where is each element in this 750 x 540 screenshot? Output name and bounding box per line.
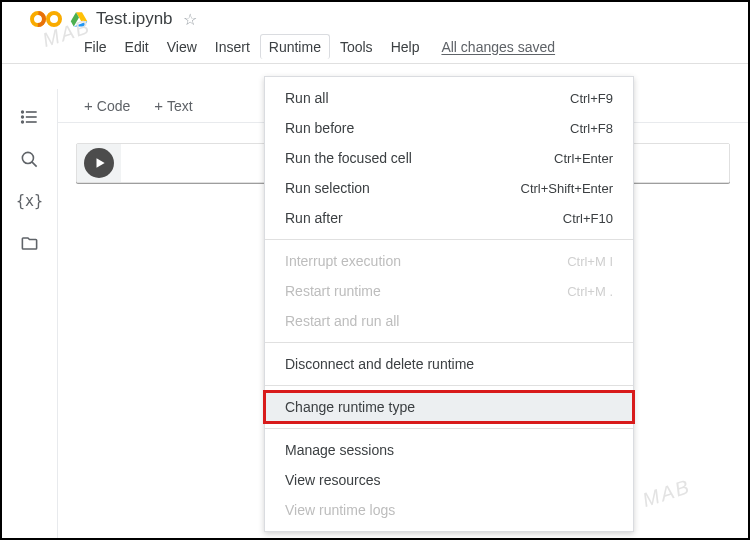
dd-manage-sessions[interactable]: Manage sessions <box>265 435 633 465</box>
runtime-dropdown: Run all Ctrl+F9 Run before Ctrl+F8 Run t… <box>264 76 634 532</box>
add-text-button[interactable]: + Text <box>146 95 200 117</box>
dd-label: Run all <box>285 90 329 106</box>
menu-tools[interactable]: Tools <box>332 35 381 59</box>
dd-label: View resources <box>285 472 380 488</box>
dd-label: Run after <box>285 210 343 226</box>
colab-logo-icon <box>30 8 62 30</box>
svg-line-13 <box>32 161 37 166</box>
dd-label: Change runtime type <box>285 399 415 415</box>
dd-restart: Restart runtime Ctrl+M . <box>265 276 633 306</box>
svg-point-12 <box>22 152 33 163</box>
dd-view-logs: View runtime logs <box>265 495 633 525</box>
svg-point-9 <box>21 111 23 113</box>
add-code-label: Code <box>97 98 130 114</box>
save-status[interactable]: All changes saved <box>441 39 555 55</box>
title-row: Test.ipynb ☆ <box>30 8 738 32</box>
variables-icon[interactable]: {x} <box>20 191 40 211</box>
dd-run-all[interactable]: Run all Ctrl+F9 <box>265 83 633 113</box>
toc-icon[interactable] <box>20 107 40 127</box>
dd-label: Manage sessions <box>285 442 394 458</box>
svg-marker-14 <box>97 158 105 167</box>
dd-label: Disconnect and delete runtime <box>285 356 474 372</box>
dd-interrupt: Interrupt execution Ctrl+M I <box>265 246 633 276</box>
dd-shortcut: Ctrl+F8 <box>570 121 613 136</box>
svg-point-1 <box>48 13 60 25</box>
plus-icon: + <box>154 98 163 113</box>
run-cell-button[interactable] <box>84 148 114 178</box>
dd-run-before[interactable]: Run before Ctrl+F8 <box>265 113 633 143</box>
dd-run-selection[interactable]: Run selection Ctrl+Shift+Enter <box>265 173 633 203</box>
dd-label: Run before <box>285 120 354 136</box>
dd-separator <box>265 385 633 386</box>
dd-shortcut: Ctrl+Shift+Enter <box>521 181 614 196</box>
dd-label: Restart runtime <box>285 283 381 299</box>
drive-icon <box>70 10 88 28</box>
header: Test.ipynb ☆ File Edit View Insert Runti… <box>2 2 748 64</box>
dd-separator <box>265 342 633 343</box>
svg-point-11 <box>21 121 23 123</box>
dd-separator <box>265 239 633 240</box>
dd-change-runtime-type[interactable]: Change runtime type <box>265 392 633 422</box>
dd-separator <box>265 428 633 429</box>
dd-view-resources[interactable]: View resources <box>265 465 633 495</box>
notebook-title[interactable]: Test.ipynb <box>96 9 173 29</box>
plus-icon: + <box>84 98 93 113</box>
dd-shortcut: Ctrl+F9 <box>570 91 613 106</box>
dd-run-focused[interactable]: Run the focused cell Ctrl+Enter <box>265 143 633 173</box>
dd-label: Interrupt execution <box>285 253 401 269</box>
run-cell-wrap <box>77 144 121 182</box>
files-icon[interactable] <box>20 233 40 253</box>
add-code-button[interactable]: + Code <box>76 95 138 117</box>
dd-label: Restart and run all <box>285 313 399 329</box>
dd-shortcut: Ctrl+M . <box>567 284 613 299</box>
dd-shortcut: Ctrl+Enter <box>554 151 613 166</box>
menu-view[interactable]: View <box>159 35 205 59</box>
dd-label: Run selection <box>285 180 370 196</box>
star-icon[interactable]: ☆ <box>183 10 197 29</box>
menu-runtime[interactable]: Runtime <box>260 34 330 59</box>
svg-point-10 <box>21 116 23 118</box>
menu-edit[interactable]: Edit <box>117 35 157 59</box>
dd-shortcut: Ctrl+F10 <box>563 211 613 226</box>
search-icon[interactable] <box>20 149 40 169</box>
dd-label: View runtime logs <box>285 502 395 518</box>
menu-help[interactable]: Help <box>383 35 428 59</box>
menu-insert[interactable]: Insert <box>207 35 258 59</box>
menubar: File Edit View Insert Runtime Tools Help… <box>30 32 738 63</box>
dd-run-after[interactable]: Run after Ctrl+F10 <box>265 203 633 233</box>
menu-file[interactable]: File <box>76 35 115 59</box>
dd-disconnect[interactable]: Disconnect and delete runtime <box>265 349 633 379</box>
left-rail: {x} <box>2 89 58 538</box>
add-text-label: Text <box>167 98 193 114</box>
dd-restart-all: Restart and run all <box>265 306 633 336</box>
dd-label: Run the focused cell <box>285 150 412 166</box>
dd-shortcut: Ctrl+M I <box>567 254 613 269</box>
